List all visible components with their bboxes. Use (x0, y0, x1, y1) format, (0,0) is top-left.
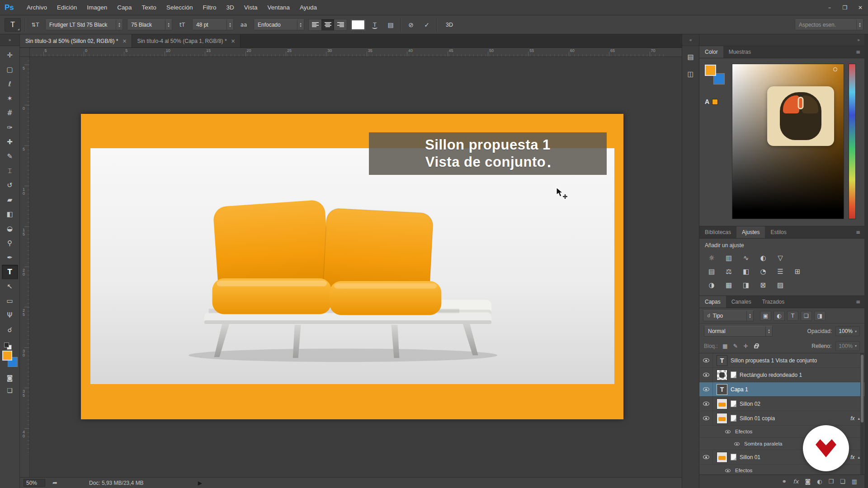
history-brush-tool[interactable]: ↺ (2, 178, 18, 192)
visibility-toggle[interactable] (699, 397, 713, 411)
marquee-tool[interactable]: ▢ (2, 62, 18, 77)
scrollbar-thumb[interactable] (861, 355, 863, 422)
document-tab[interactable]: Sin título-4 al 50% (Capa 1, RGB/8) *× (132, 34, 241, 47)
lock-position-icon[interactable]: ✛ (743, 343, 749, 349)
tab-color[interactable]: Color (699, 46, 723, 58)
layer-row[interactable]: TCapa 1 (699, 382, 864, 397)
text-color-swatch[interactable] (351, 20, 365, 30)
menu-vista[interactable]: Vista (239, 0, 263, 15)
eyedropper-tool[interactable]: ✑ (2, 120, 18, 135)
eye-icon[interactable] (725, 469, 731, 472)
lock-all-icon[interactable] (753, 343, 760, 348)
color-lookup-icon[interactable]: ⊞ (789, 265, 806, 278)
font-family-select[interactable]: Frutiger LT Std 75 Black ▴▾ (45, 19, 123, 30)
menu-edicion[interactable]: Edición (52, 0, 82, 15)
tab-capas[interactable]: Capas (699, 296, 726, 308)
color-balance-icon[interactable]: ⚖ (720, 265, 737, 278)
levels-icon[interactable]: ▥ (720, 252, 737, 264)
gradient-map-icon[interactable]: ▨ (772, 279, 789, 291)
stepper-icon[interactable]: ▴▾ (116, 20, 123, 30)
font-size-select[interactable]: 48 pt ▴▾ (192, 19, 234, 30)
foreground-color-swatch[interactable] (2, 351, 12, 361)
menu-3d[interactable]: 3D (221, 0, 239, 15)
tab-estilos[interactable]: Estilos (765, 226, 792, 238)
vertical-ruler[interactable]: 50510152025303540 (20, 57, 30, 477)
share-icon[interactable]: ➦ (52, 479, 57, 486)
eye-icon[interactable] (734, 442, 740, 446)
image-filter-icon[interactable]: ▣ (760, 311, 771, 321)
layer-filter-select[interactable]: ☌ Tipo ▴▾ (703, 310, 754, 321)
panel-foreground-swatch[interactable] (705, 65, 716, 76)
collapse-effects-icon[interactable]: ▴ (858, 416, 860, 421)
smart-object-filter-icon[interactable]: ◨ (814, 311, 826, 321)
panel-menu-icon[interactable]: ≡ (852, 296, 864, 308)
hand-tool[interactable]: Ψ (2, 308, 18, 323)
collapsed-panel-history-icon[interactable]: ▤ (684, 51, 697, 63)
layers-scrollbar[interactable] (860, 353, 864, 474)
tab-bibliotecas[interactable]: Bibliotecas (699, 226, 736, 238)
crop-tool[interactable]: # (2, 106, 18, 120)
black-white-icon[interactable]: ◧ (737, 265, 755, 278)
menu-ayuda[interactable]: Ayuda (295, 0, 322, 15)
adjustment-filter-icon[interactable]: ◐ (774, 311, 785, 321)
font-style-select[interactable]: 75 Black ▴▾ (127, 19, 172, 30)
commit-edits-button[interactable]: ✓ (421, 19, 433, 31)
type-color-swatch[interactable] (712, 99, 718, 105)
layer-row[interactable]: TSillon propuesta 1 Vista de conjunto (699, 353, 864, 368)
panel-menu-icon[interactable]: ≡ (852, 46, 864, 58)
posterize-icon[interactable]: ▦ (720, 279, 737, 291)
pen-tool[interactable]: ✒ (2, 250, 18, 265)
link-layers-icon[interactable]: ⚭ (782, 478, 787, 485)
align-right-button[interactable] (334, 19, 347, 30)
vibrance-icon[interactable]: ▽ (772, 252, 789, 264)
move-tool[interactable]: ✛ (2, 48, 18, 62)
status-flyout-icon[interactable]: ▶ (198, 480, 202, 486)
tab-trazados[interactable]: Trazados (757, 296, 790, 308)
visibility-toggle[interactable] (699, 353, 713, 367)
lock-pixels-icon[interactable]: ✎ (732, 343, 739, 349)
ruler-corner[interactable] (20, 48, 30, 56)
collapsed-panel-properties-icon[interactable]: ◫ (684, 68, 697, 80)
adjustment-layer-icon[interactable]: ◐ (817, 478, 822, 485)
delete-layer-icon[interactable]: ▥ (852, 478, 857, 485)
expand-panels-icon[interactable]: « (682, 34, 699, 46)
gradient-tool[interactable]: ◧ (2, 207, 18, 221)
brightness-contrast-icon[interactable]: ☼ (703, 252, 720, 264)
tab-close-icon[interactable]: × (122, 38, 127, 44)
visibility-toggle[interactable] (699, 382, 713, 396)
stepper-icon[interactable]: ▴▾ (226, 20, 233, 30)
pasteboard[interactable]: Sillon propuesta 1 Vista de conjunto (30, 57, 682, 477)
layer-row[interactable]: Sillon 02 (699, 397, 864, 411)
blend-mode-select[interactable]: Normal ▴▾ (704, 326, 773, 337)
menu-seleccion[interactable]: Selección (161, 0, 198, 15)
horizontal-ruler[interactable]: 50510152025303540455055606570 (30, 48, 682, 56)
layer-style-icon[interactable]: fx (793, 478, 798, 485)
warp-text-button[interactable]: T (369, 19, 381, 31)
lock-transparent-icon[interactable]: ▦ (722, 343, 728, 349)
hue-saturation-icon[interactable]: ▤ (703, 265, 720, 278)
layer-mask-icon[interactable]: ◙ (805, 478, 811, 485)
menu-archivo[interactable]: Archivo (22, 0, 52, 15)
quick-selection-tool[interactable]: ✶ (2, 91, 18, 106)
menu-texto[interactable]: Texto (137, 0, 161, 15)
visibility-toggle[interactable] (699, 450, 713, 464)
close-button[interactable]: ✕ (853, 0, 868, 15)
type-filter-icon[interactable]: T (787, 311, 798, 321)
align-center-button[interactable] (321, 19, 334, 30)
cancel-edits-button[interactable]: ⊘ (405, 19, 417, 31)
minimize-button[interactable]: – (822, 0, 837, 15)
restore-button[interactable]: ❐ (837, 0, 853, 15)
align-left-button[interactable] (309, 19, 321, 30)
document-tab[interactable]: Sin título-3 al 50% (Sillon 02, RGB/8) *… (20, 34, 132, 47)
stepper-icon[interactable]: ▴▾ (765, 326, 772, 336)
layer-row[interactable]: Rectángulo redondeado 1 (699, 368, 864, 382)
character-panel-button[interactable]: ▤ (385, 19, 396, 31)
fx-badge[interactable]: fx (850, 454, 854, 460)
lasso-tool[interactable]: ℓ (2, 77, 18, 91)
eye-icon[interactable] (725, 430, 731, 433)
default-colors-icon[interactable] (4, 343, 16, 349)
zoom-level-field[interactable]: 50% (24, 479, 45, 487)
rectangle-tool[interactable]: ▭ (2, 294, 18, 308)
blur-tool[interactable]: ◒ (2, 221, 18, 236)
tab-close-icon[interactable]: × (231, 38, 236, 44)
